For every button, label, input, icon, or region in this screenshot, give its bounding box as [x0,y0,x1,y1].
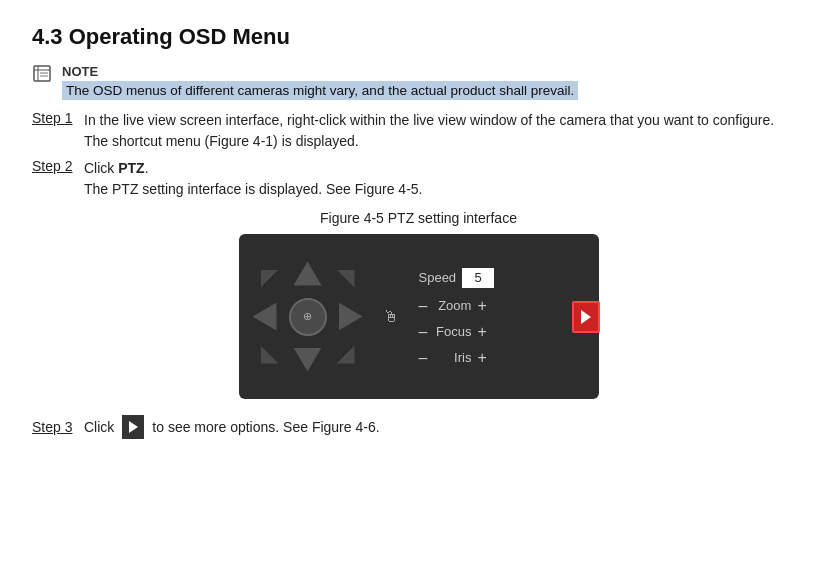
step-1-content: In the live view screen interface, right… [84,110,805,152]
step-3-row: Step 3 Click to see more options. See Fi… [32,415,805,439]
step-2-label: Step 2 [32,158,84,174]
step-3-click-text: Click [84,417,114,438]
step-2-content: Click PTZ. The PTZ setting interface is … [84,158,805,200]
zoom-minus-button[interactable]: – [419,298,428,314]
dpad-up-button[interactable] [294,262,322,286]
note-box: NOTE The OSD menus of different cameras … [32,64,805,98]
focus-minus-button[interactable]: – [419,324,428,340]
step-3-inline-button[interactable] [122,415,144,439]
note-book-icon [32,65,54,83]
note-text: The OSD menus of different cameras might… [62,81,578,100]
focus-row: – Focus + [419,324,585,340]
iris-row: – Iris + [419,350,585,366]
page-title: 4.3 Operating OSD Menu [32,24,805,50]
controls-panel: Speed – Zoom + – Focus + – [419,268,585,366]
dpad-upleft-button[interactable] [261,270,279,288]
zoom-plus-button[interactable]: + [477,298,486,314]
dpad-upright-button[interactable] [337,270,355,288]
dpad-down-button[interactable] [294,348,322,372]
iris-plus-button[interactable]: + [477,350,486,366]
zoom-label: Zoom [433,298,471,313]
dpad-right-button[interactable] [339,303,363,331]
dpad-downright-button[interactable] [337,346,355,364]
step-2-row: Step 2 Click PTZ. The PTZ setting interf… [32,158,805,200]
mouse-icon: 🖱 [383,308,399,326]
step-1-label: Step 1 [32,110,84,126]
speed-row: Speed [419,268,585,288]
note-label: NOTE [62,64,578,79]
dpad-left-button[interactable] [253,303,277,331]
figure-caption: Figure 4-5 PTZ setting interface [32,210,805,226]
dpad-center[interactable]: ⊕ [289,298,327,336]
step-1-row: Step 1 In the live view screen interface… [32,110,805,152]
note-content: NOTE The OSD menus of different cameras … [62,64,578,98]
step-3-label: Step 3 [32,419,84,435]
svg-rect-0 [34,66,50,81]
inline-arrow-icon [129,421,138,433]
dpad-downleft-button[interactable] [261,346,279,364]
focus-label: Focus [433,324,471,339]
focus-plus-button[interactable]: + [477,324,486,340]
speed-label: Speed [419,270,457,285]
dpad-center-icon: ⊕ [303,310,312,323]
steps-container: Step 1 In the live view screen interface… [32,110,805,439]
ptz-figure-container: ⊕ 🖱 Speed – Zoom + [32,234,805,399]
step-3-content: Click to see more options. See Figure 4-… [84,415,805,439]
zoom-row: – Zoom + [419,298,585,314]
dpad[interactable]: ⊕ [253,262,363,372]
speed-input[interactable] [462,268,494,288]
iris-minus-button[interactable]: – [419,350,428,366]
expand-arrow-button[interactable] [572,301,600,333]
expand-arrow-icon [581,310,591,324]
iris-label: Iris [433,350,471,365]
step-3-tail-text: to see more options. See Figure 4-6. [152,417,379,438]
ptz-box: ⊕ 🖱 Speed – Zoom + [239,234,599,399]
